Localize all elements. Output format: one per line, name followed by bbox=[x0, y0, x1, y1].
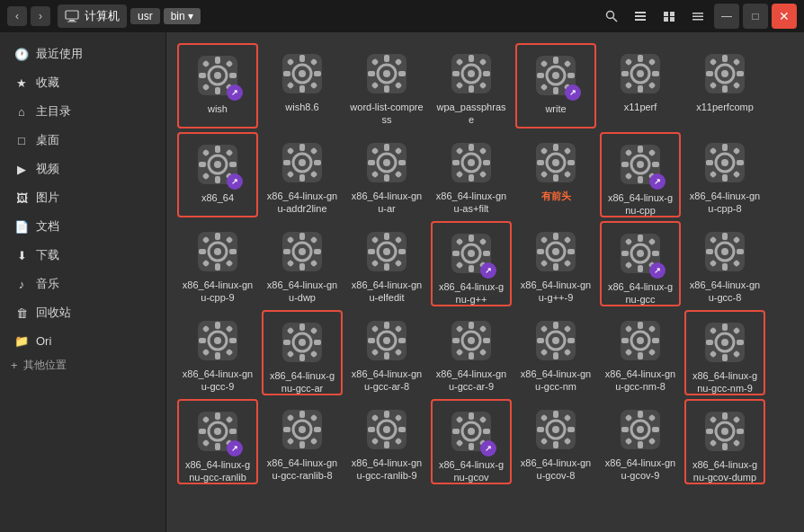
close-button[interactable]: ✕ bbox=[772, 4, 797, 29]
file-item[interactable]: x86_64-linux-gnu-gcov-9 bbox=[600, 399, 681, 484]
file-item[interactable]: ↗x86_64-linux-gnu-cpp bbox=[600, 132, 681, 217]
file-item[interactable]: ↗wish bbox=[177, 43, 258, 129]
sidebar-item-ori[interactable]: 📁 Ori bbox=[0, 327, 165, 354]
svg-rect-128 bbox=[469, 144, 474, 151]
file-item[interactable]: x86_64-linux-gnu-gcc-ar-9 bbox=[431, 310, 512, 395]
file-item[interactable]: ↗x86_64-linux-gnu-gcc bbox=[600, 221, 681, 306]
forward-button[interactable]: › bbox=[31, 6, 50, 26]
file-item[interactable]: x86_64-linux-gnu-gcc-nm-9 bbox=[684, 310, 765, 395]
file-item[interactable]: wish8.6 bbox=[262, 43, 343, 129]
sidebar-item-pictures[interactable]: 🖼 图片 bbox=[0, 183, 165, 212]
file-label: x86_64-linux-gnu-ar bbox=[350, 190, 424, 216]
file-item[interactable]: 有前头 bbox=[515, 132, 596, 217]
file-label: x86_64-linux-gnu-gcc-ar-9 bbox=[434, 368, 508, 394]
file-item[interactable]: x86_64-linux-gnu-gcov-dump bbox=[684, 399, 765, 484]
svg-point-72 bbox=[637, 70, 644, 77]
svg-point-39 bbox=[383, 70, 390, 77]
file-icon-wrap bbox=[617, 406, 664, 453]
sidebar-item-home[interactable]: ⌂ 主目录 bbox=[0, 97, 165, 126]
svg-point-391 bbox=[721, 428, 728, 435]
file-item[interactable]: ↗x86_64-linux-gnu-gcc-ranlib bbox=[177, 399, 258, 484]
svg-rect-271 bbox=[384, 322, 389, 329]
titlebar: ‹ › 计算机 usr bin ▾ bbox=[0, 0, 804, 32]
file-item[interactable]: x86_64-linux-gnu-g++-9 bbox=[515, 221, 596, 306]
file-item[interactable]: x86_64-linux-gnu-as+filt bbox=[431, 132, 512, 217]
file-item[interactable]: wpa_passphrase bbox=[431, 43, 512, 129]
file-label: x86_64-linux-gnu-dwp bbox=[265, 279, 339, 305]
path-usr[interactable]: usr bbox=[130, 8, 160, 24]
sidebar-item-videos[interactable]: ▶ 视频 bbox=[0, 155, 165, 183]
search-button[interactable] bbox=[599, 4, 624, 29]
svg-rect-139 bbox=[553, 144, 558, 151]
sidebar-label-ori: Ori bbox=[36, 334, 51, 348]
svg-rect-153 bbox=[652, 162, 659, 167]
svg-rect-261 bbox=[299, 354, 305, 361]
svg-rect-53 bbox=[452, 71, 460, 76]
file-icon-wrap bbox=[448, 50, 495, 97]
file-item[interactable]: ↗x86_64-linux-gnu-g++ bbox=[431, 221, 512, 306]
file-item[interactable]: x11perfcomp bbox=[684, 43, 765, 129]
file-item[interactable]: ↗x86_64 bbox=[177, 132, 258, 217]
desktop-icon: □ bbox=[14, 133, 29, 147]
file-item[interactable]: ↗write bbox=[515, 43, 596, 129]
svg-rect-239 bbox=[722, 263, 728, 270]
file-icon-wrap bbox=[279, 50, 326, 97]
svg-rect-395 bbox=[737, 429, 744, 434]
back-button[interactable]: ‹ bbox=[7, 6, 27, 26]
svg-rect-63 bbox=[553, 87, 558, 94]
file-item[interactable]: x86_64-linux-gnu-gcc-9 bbox=[177, 310, 258, 395]
svg-rect-263 bbox=[314, 340, 321, 345]
sidebar-item-desktop[interactable]: □ 桌面 bbox=[0, 126, 165, 155]
svg-point-270 bbox=[383, 337, 390, 344]
svg-rect-96 bbox=[215, 176, 220, 183]
svg-rect-196 bbox=[368, 249, 375, 254]
file-item[interactable]: x86_64-linux-gnu-gcc-ar-8 bbox=[346, 310, 427, 395]
view-options-button[interactable] bbox=[657, 4, 682, 29]
file-item[interactable]: x86_64-linux-gnu-cpp-9 bbox=[177, 221, 258, 306]
file-item[interactable]: x86_64-linux-gnu-gcc-nm bbox=[515, 310, 596, 395]
svg-rect-362 bbox=[483, 429, 490, 434]
svg-point-61 bbox=[552, 72, 559, 79]
svg-rect-183 bbox=[299, 233, 305, 240]
svg-rect-175 bbox=[229, 249, 237, 254]
file-item[interactable]: x86_64-linux-gnu-addr2line bbox=[262, 132, 343, 217]
file-item[interactable]: x86_64-linux-gnu-gcc-ranlib-8 bbox=[262, 399, 343, 484]
video-icon: ▶ bbox=[14, 162, 29, 176]
file-label: x86_64-linux-gnu-cpp bbox=[605, 191, 675, 217]
file-label: x86_64-linux-gnu-gcc-9 bbox=[181, 368, 255, 394]
hamburger-button[interactable] bbox=[685, 4, 710, 29]
sidebar-item-recent[interactable]: 🕐 最近使用 bbox=[0, 40, 165, 68]
file-item[interactable]: word-list-compress bbox=[346, 43, 427, 129]
svg-rect-359 bbox=[469, 412, 474, 420]
sidebar-item-favorites[interactable]: ★ 收藏 bbox=[0, 68, 165, 97]
minimize-button[interactable]: — bbox=[714, 4, 739, 29]
list-view-button[interactable] bbox=[628, 4, 653, 29]
file-item[interactable]: x11perf bbox=[600, 43, 681, 129]
sidebar-other-header[interactable]: + 其他位置 bbox=[0, 354, 165, 377]
folder-icon: 📁 bbox=[14, 333, 29, 348]
file-item[interactable]: x86_64-linux-gnu-dwp bbox=[262, 221, 343, 306]
svg-rect-393 bbox=[722, 443, 728, 450]
sidebar-item-trash[interactable]: 🗑 回收站 bbox=[0, 298, 165, 327]
file-item[interactable]: x86_64-linux-gnu-gcc-ranlib-9 bbox=[346, 399, 427, 484]
file-item[interactable]: x86_64-linux-gnu-ar bbox=[346, 132, 427, 217]
sidebar-item-documents[interactable]: 📄 文档 bbox=[0, 212, 165, 241]
file-icon-wrap: ↗ bbox=[617, 230, 664, 277]
file-icon-wrap bbox=[701, 50, 748, 97]
file-item[interactable]: x86_64-linux-gnu-gcc-nm-8 bbox=[600, 310, 681, 395]
file-item[interactable]: x86_64-linux-gnu-gcov-8 bbox=[515, 399, 596, 484]
svg-rect-217 bbox=[553, 263, 558, 270]
file-item[interactable]: x86_64-linux-gnu-elfedit bbox=[346, 221, 427, 306]
svg-rect-65 bbox=[567, 73, 575, 78]
maximize-button[interactable]: □ bbox=[743, 4, 768, 29]
sidebar-label-other: 其他位置 bbox=[23, 358, 67, 373]
sidebar-item-music[interactable]: ♪ 音乐 bbox=[0, 270, 165, 298]
file-item[interactable]: x86_64-linux-gnu-gcc-8 bbox=[684, 221, 765, 306]
svg-rect-164 bbox=[737, 160, 744, 165]
svg-rect-304 bbox=[638, 322, 643, 329]
file-item[interactable]: ↗x86_64-linux-gnu-gcov bbox=[431, 399, 512, 484]
sidebar-item-downloads[interactable]: ⬇ 下载 bbox=[0, 241, 165, 270]
svg-rect-172 bbox=[215, 233, 220, 240]
file-item[interactable]: x86_64-linux-gnu-cpp-8 bbox=[684, 132, 765, 217]
file-item[interactable]: x86_64-linux-gnu-gcc-ar bbox=[262, 310, 343, 395]
